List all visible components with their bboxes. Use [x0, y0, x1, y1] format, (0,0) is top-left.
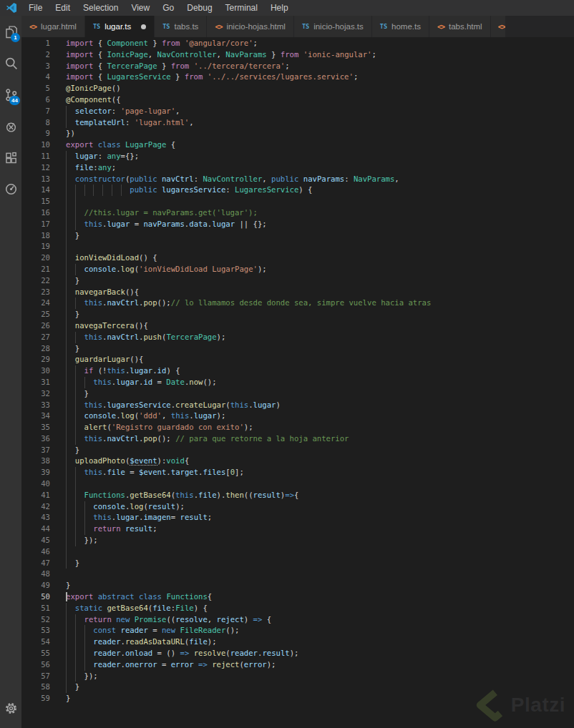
code-line[interactable]: 5@IonicPage() [21, 83, 574, 94]
menu-item-help[interactable]: Help [264, 0, 295, 16]
activity-settings[interactable] [0, 692, 21, 724]
code-text: const reader = new FileReader(); [66, 625, 574, 636]
menu-item-edit[interactable]: Edit [49, 0, 77, 16]
code-line[interactable]: 13 constructor(public navCtrl: NavContro… [21, 174, 574, 185]
ts-file-icon: TS [93, 23, 100, 30]
code-text: }) [66, 128, 574, 139]
code-line[interactable]: 3import { TerceraPage } from '../tercera… [21, 61, 574, 72]
code-line[interactable]: 16 //this.lugar = navParams.get('lugar')… [21, 207, 574, 219]
activity-source-control[interactable]: 44 [0, 79, 21, 110]
code-line[interactable]: 35 alert('Registro guardado con exito'); [21, 422, 574, 433]
code-text: uploadPhoto($event):void{ [66, 456, 574, 467]
code-line[interactable]: 32 } [21, 388, 574, 400]
ts-file-icon: TS [162, 23, 170, 30]
code-line[interactable]: 46 [21, 546, 574, 558]
code-line[interactable]: 17 this.lugar = navParams.data.lugar || … [21, 219, 574, 230]
tab-lugar-ts[interactable]: TSlugar.ts [85, 16, 155, 37]
code-line[interactable]: 14 public lugaresService: LugaresService… [21, 185, 574, 196]
code-line[interactable]: 22 } [21, 275, 574, 287]
tab-partial[interactable]: <> [491, 16, 506, 37]
code-line[interactable]: 7 selector: 'page-lugar', [21, 106, 574, 117]
code-line[interactable]: 41 Functions.getBase64(this.file).then((… [21, 490, 574, 501]
code-text: } [66, 580, 574, 591]
code-line[interactable]: 57 }); [21, 671, 574, 682]
menu-item-terminal[interactable]: Terminal [219, 0, 264, 16]
code-line[interactable]: 15 [21, 196, 574, 207]
code-line[interactable]: 58 } [21, 682, 574, 693]
activity-explorer[interactable]: 1 [0, 16, 21, 47]
tab-inicio-hojas-html[interactable]: <>inicio-hojas.html [207, 16, 294, 37]
code-line[interactable]: 28 } [21, 343, 574, 355]
tab-tabs-html[interactable]: <>tabs.html [429, 16, 491, 37]
code-line[interactable]: 10export class LugarPage { [21, 139, 574, 151]
menu-item-file[interactable]: File [22, 0, 49, 16]
code-line[interactable]: 51 static getBase64(file:File) { [21, 603, 574, 614]
menu-item-selection[interactable]: Selection [77, 0, 125, 16]
code-line[interactable]: 6@Component({ [21, 94, 574, 106]
code-line[interactable]: 12 file:any; [21, 162, 574, 174]
activity-bottom-items [0, 692, 21, 724]
menu-item-debug[interactable]: Debug [180, 0, 218, 16]
code-editor[interactable]: 1import { Component } from '@angular/cor… [21, 37, 574, 728]
code-line[interactable]: 4import { LugaresService } from '../../s… [21, 72, 574, 83]
code-line[interactable]: 30 if (!this.lugar.id) { [21, 365, 574, 377]
code-line[interactable]: 38 uploadPhoto($event):void{ [21, 456, 574, 467]
code-line[interactable]: 2import { IonicPage, NavController, NavP… [21, 49, 574, 61]
code-line[interactable]: 40 [21, 478, 574, 490]
code-line[interactable]: 18 } [21, 230, 574, 242]
code-line[interactable]: 53 const reader = new FileReader(); [21, 625, 574, 636]
line-number: 57 [21, 671, 66, 682]
activity-search[interactable] [0, 47, 21, 79]
code-line[interactable]: 50export abstract class Functions{ [21, 591, 574, 603]
line-number: 36 [21, 433, 66, 445]
code-line[interactable]: 37 } [21, 445, 574, 456]
line-number: 13 [21, 174, 66, 185]
code-text: }); [66, 535, 574, 546]
code-line[interactable]: 44 return result; [21, 523, 574, 535]
code-line[interactable]: 34 console.log('ddd', this.lugar); [21, 410, 574, 422]
code-line[interactable]: 39 this.file = $event.target.files[0]; [21, 467, 574, 478]
code-line[interactable]: 25 } [21, 309, 574, 320]
code-line[interactable]: 56 reader.onerror = error => reject(erro… [21, 659, 574, 671]
code-line[interactable]: 36 this.navCtrl.pop(); // para que retor… [21, 433, 574, 445]
code-line[interactable]: 24 this.navCtrl.pop();// lo llamamos des… [21, 297, 574, 309]
code-text: console.log('ionViewDidLoad LugarPage'); [66, 264, 574, 275]
code-line[interactable]: 21 console.log('ionViewDidLoad LugarPage… [21, 264, 574, 275]
code-text: this.lugar = navParams.data.lugar || {}; [66, 219, 574, 230]
menu-item-go[interactable]: Go [156, 0, 180, 16]
code-line[interactable]: 1import { Component } from '@angular/cor… [21, 38, 574, 49]
code-line[interactable]: 9}) [21, 128, 574, 139]
code-line[interactable]: 20 ionViewDidLoad() { [21, 252, 574, 264]
code-line[interactable]: 42 console.log(result); [21, 501, 574, 513]
menu-item-view[interactable]: View [125, 0, 156, 16]
code-line[interactable]: 54 reader.readAsDataURL(file); [21, 636, 574, 648]
modified-dot-icon[interactable] [141, 24, 146, 29]
html-file-icon: <> [29, 23, 37, 31]
code-line[interactable]: 27 this.navCtrl.push(TerceraPage); [21, 332, 574, 343]
code-line[interactable]: 19 [21, 241, 574, 252]
activity-extensions[interactable] [0, 142, 21, 173]
code-line[interactable]: 33 this.lugaresService.createLugar(this.… [21, 400, 574, 411]
activity-timer[interactable] [0, 173, 21, 205]
tab-inicio-hojas-ts[interactable]: TSinicio-hojas.ts [294, 16, 372, 37]
code-line[interactable]: 29 guardarLugar(){ [21, 354, 574, 365]
code-line[interactable]: 45 }); [21, 535, 574, 546]
code-line[interactable]: 8 templateUrl: 'lugar.html', [21, 117, 574, 129]
code-line[interactable]: 47 } [21, 558, 574, 569]
code-line[interactable]: 48 [21, 569, 574, 580]
line-number: 27 [21, 332, 66, 343]
code-line[interactable]: 11 lugar: any={}; [21, 151, 574, 162]
code-line[interactable]: 52 return new Promise((resolve, reject) … [21, 614, 574, 626]
tab-tabs-ts[interactable]: TStabs.ts [155, 16, 207, 37]
code-line[interactable]: 59} [21, 693, 574, 704]
line-number: 15 [21, 196, 66, 207]
code-line[interactable]: 31 this.lugar.id = Date.now(); [21, 377, 574, 388]
tab-lugar-html[interactable]: <>lugar.html [21, 16, 85, 37]
activity-debug[interactable] [0, 110, 21, 142]
code-line[interactable]: 43 this.lugar.imagen= result; [21, 512, 574, 523]
code-line[interactable]: 23 navegarBack(){ [21, 287, 574, 298]
code-line[interactable]: 49} [21, 580, 574, 591]
code-line[interactable]: 26 navegaTercera(){ [21, 320, 574, 332]
code-line[interactable]: 55 reader.onload = () => resolve(reader.… [21, 648, 574, 659]
tab-home-ts[interactable]: TShome.ts [372, 16, 429, 37]
